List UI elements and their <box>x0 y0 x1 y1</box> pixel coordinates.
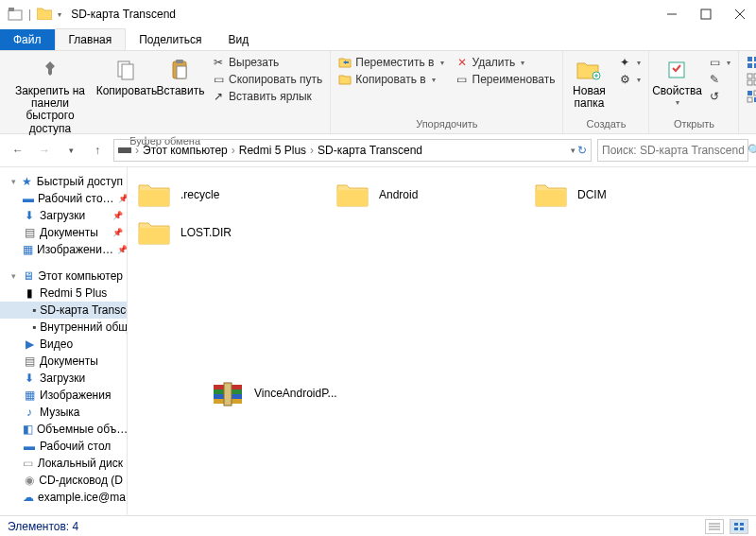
tree-desktop[interactable]: ▬Рабочий сто…📌 <box>0 190 127 207</box>
tree-downloads2[interactable]: ⬇Загрузки <box>0 370 127 387</box>
search-icon[interactable]: 🔍 <box>747 144 756 157</box>
svg-rect-21 <box>747 91 752 95</box>
new-folder-button[interactable]: Новая папка <box>567 53 610 110</box>
svg-rect-0 <box>9 10 22 20</box>
invert-selection-button[interactable]: Обратить выделение <box>743 89 756 104</box>
delete-button[interactable]: ✕Удалить▾ <box>452 55 559 70</box>
chevron-down-icon: ▾ <box>9 271 18 281</box>
file-item-folder[interactable]: LOST.DIR <box>133 215 305 251</box>
refresh-button[interactable]: ↻ <box>577 144 587 157</box>
svg-rect-3 <box>701 9 711 19</box>
chevron-down-icon: ▾ <box>9 177 18 186</box>
nav-history-button[interactable]: ▾ <box>60 140 81 161</box>
nav-tree[interactable]: ▾★Быстрый доступ ▬Рабочий сто…📌 ⬇Загрузк… <box>0 167 128 515</box>
tree-local-disk[interactable]: ▭Локальный диск <box>0 455 127 472</box>
video-icon: ▶ <box>23 337 36 351</box>
tree-3d[interactable]: ◧Объемные объ… <box>0 421 127 438</box>
drive-icon: ▭ <box>23 457 34 470</box>
close-button[interactable] <box>731 6 748 23</box>
tree-this-pc[interactable]: ▾🖥Этот компьютер <box>0 268 127 285</box>
nav-forward-button[interactable]: → <box>34 140 55 161</box>
open-button[interactable]: ▭▾ <box>704 55 734 70</box>
ribbon-group-open: Свойства ▾ ▭▾ ✎ ↺ Открыть <box>649 51 739 133</box>
history-button[interactable]: ↺ <box>704 89 734 104</box>
svg-rect-25 <box>118 147 131 153</box>
copy-to-button[interactable]: Копировать в▾ <box>335 72 447 87</box>
qat-separator: | <box>28 8 31 21</box>
pin-label: Закрепить на панели быстрого доступа <box>4 85 96 135</box>
file-item-folder[interactable]: .recycle <box>133 177 305 213</box>
organize-group-label: Упорядочить <box>335 118 558 131</box>
breadcrumb-item[interactable]: SD-карта Transcend <box>318 144 422 157</box>
view-icons-button[interactable] <box>730 519 748 534</box>
tab-home[interactable]: Главная <box>55 28 127 50</box>
tree-redmi[interactable]: ▮Redmi 5 Plus <box>0 285 127 302</box>
paste-shortcut-button[interactable]: ↗Вставить ярлык <box>208 89 326 104</box>
invert-icon <box>747 90 756 103</box>
new-item-button[interactable]: ✦▾ <box>614 55 644 70</box>
rename-button[interactable]: ▭Переименовать <box>452 72 559 87</box>
chevron-right-icon: › <box>133 144 141 157</box>
history-icon: ↺ <box>708 90 721 103</box>
select-none-button[interactable]: Снять выделение <box>743 72 756 87</box>
tree-music[interactable]: ♪Музыка <box>0 404 127 421</box>
file-item-folder[interactable]: Android <box>332 177 504 213</box>
pin-icon: 📌 <box>112 211 123 220</box>
maximize-button[interactable] <box>697 6 714 23</box>
file-name: DCIM <box>577 188 607 201</box>
tree-pictures2[interactable]: ▦Изображения <box>0 387 127 404</box>
tree-internal[interactable]: ▪Внутренний общий <box>0 319 127 336</box>
qat-dropdown-icon[interactable]: ▾ <box>58 10 61 19</box>
cut-button[interactable]: ✂Вырезать <box>208 55 326 70</box>
tab-share[interactable]: Поделиться <box>126 29 215 50</box>
tree-video[interactable]: ▶Видео <box>0 336 127 353</box>
chevron-down-icon: ▾ <box>521 59 524 67</box>
search-input[interactable] <box>602 144 744 157</box>
tree-onedrive[interactable]: ☁example.ice@ma… <box>0 489 127 506</box>
folder-icon <box>135 216 173 249</box>
download-icon: ⬇ <box>23 372 36 385</box>
breadcrumb-item[interactable]: Этот компьютер <box>143 144 228 157</box>
minimize-button[interactable] <box>663 6 680 23</box>
move-to-button[interactable]: Переместить в▾ <box>335 55 447 70</box>
chevron-down-icon: ▾ <box>432 76 436 84</box>
tab-view[interactable]: Вид <box>215 29 262 50</box>
nav-up-button[interactable]: ↑ <box>87 140 108 161</box>
select-all-button[interactable]: Выделить все <box>743 55 756 70</box>
tab-file[interactable]: Файл <box>0 29 55 50</box>
tree-pictures[interactable]: ▦Изображени…📌 <box>0 241 127 258</box>
properties-icon <box>662 57 691 83</box>
move-icon <box>338 56 352 69</box>
file-list[interactable]: .recycle LOST.DIR Android DCIM <box>128 167 756 515</box>
search-box[interactable]: 🔍 <box>597 139 748 162</box>
tree-downloads[interactable]: ⬇Загрузки📌 <box>0 207 127 224</box>
desktop-icon: ▬ <box>23 192 34 205</box>
file-item-folder[interactable]: DCIM <box>530 177 702 213</box>
tree-cd-drive[interactable]: ◉CD-дисковод (D <box>0 472 127 489</box>
status-count: Элементов: 4 <box>8 520 78 533</box>
view-details-button[interactable] <box>705 519 724 534</box>
tree-sdcard[interactable]: ▪SD-карта Transcend <box>0 302 127 319</box>
nav-back-button[interactable]: ← <box>8 140 28 161</box>
music-icon: ♪ <box>23 406 36 419</box>
pin-button[interactable]: Закрепить на панели быстрого доступа <box>4 53 96 135</box>
edit-icon: ✎ <box>708 73 721 86</box>
properties-button[interactable]: Свойства ▾ <box>653 53 700 108</box>
breadcrumb-item[interactable]: Redmi 5 Plus <box>239 144 306 157</box>
breadcrumb[interactable]: › Этот компьютер › Redmi 5 Plus › SD-кар… <box>113 139 592 162</box>
pc-icon: 🖥 <box>22 269 34 283</box>
svg-rect-1 <box>9 8 14 11</box>
tree-documents[interactable]: ▤Документы📌 <box>0 224 127 241</box>
pin-icon: 📌 <box>117 245 128 254</box>
svg-rect-10 <box>177 66 186 78</box>
tree-desktop2[interactable]: ▬Рабочий стол <box>0 438 127 455</box>
copy-path-button[interactable]: ▭Скопировать путь <box>208 72 326 87</box>
paste-button[interactable]: Вставить <box>157 53 204 97</box>
easy-access-button[interactable]: ⚙▾ <box>614 72 644 87</box>
file-item-archive[interactable]: VinceAndroidP... <box>207 375 377 411</box>
copy-button[interactable]: Копировать <box>100 53 153 97</box>
breadcrumb-dropdown-icon[interactable]: ▾ <box>571 146 576 155</box>
tree-quick-access[interactable]: ▾★Быстрый доступ <box>0 173 127 190</box>
tree-documents2[interactable]: ▤Документы <box>0 353 127 370</box>
edit-button[interactable]: ✎ <box>704 72 734 87</box>
